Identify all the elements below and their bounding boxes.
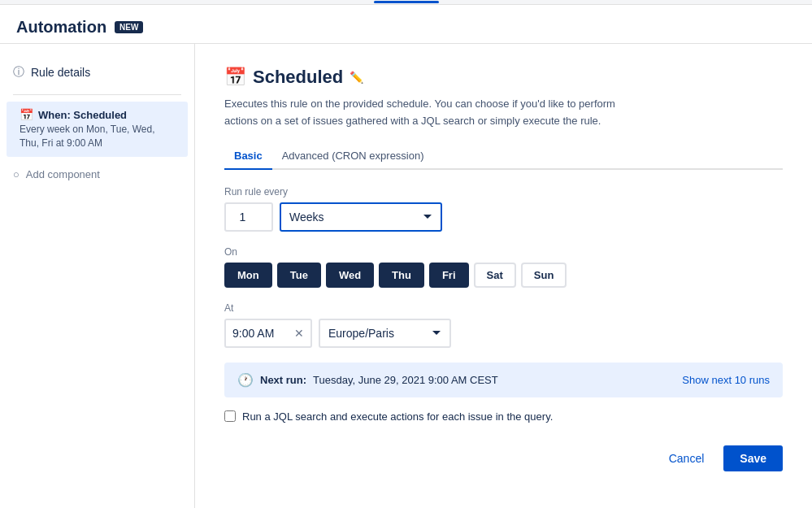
time-input[interactable] xyxy=(232,327,289,340)
sidebar-add-component[interactable]: ○ Add component xyxy=(0,160,194,189)
sidebar: ⓘ Rule details 📅 When: Scheduled Every w… xyxy=(0,44,195,508)
on-label: On xyxy=(224,246,783,258)
info-icon: ⓘ xyxy=(13,65,24,80)
day-btn-tue[interactable]: Tue xyxy=(277,263,321,288)
content-title: Scheduled xyxy=(253,67,343,88)
content-description: Executes this rule on the provided sched… xyxy=(224,96,631,130)
sidebar-when-label: When: Scheduled xyxy=(38,109,127,121)
app-title: Automation xyxy=(16,18,106,37)
add-component-label: Add component xyxy=(26,168,100,180)
action-row: Cancel Save xyxy=(224,439,783,471)
calendar-icon-header: 📅 xyxy=(224,67,246,88)
next-run-label: Next run: xyxy=(260,374,306,386)
cancel-button[interactable]: Cancel xyxy=(656,445,718,471)
run-rule-row: Weeks Minutes Hours Days Months xyxy=(224,202,783,232)
next-run-left: 🕐 Next run: Tuesday, June 29, 2021 9:00 … xyxy=(237,372,498,388)
on-days-section: On Mon Tue Wed Thu Fri Sat Sun xyxy=(224,246,783,288)
next-run-value: Tuesday, June 29, 2021 9:00 AM CEST xyxy=(313,374,498,386)
sidebar-when-header: 📅 When: Scheduled xyxy=(20,108,175,121)
day-btn-fri[interactable]: Fri xyxy=(429,263,469,288)
app-header: Automation NEW xyxy=(0,5,812,44)
sidebar-divider xyxy=(13,94,181,95)
timezone-select[interactable]: Europe/Paris UTC America/New_York Asia/T… xyxy=(319,319,451,348)
day-btn-sun[interactable]: Sun xyxy=(521,263,567,288)
add-circle-icon: ○ xyxy=(13,168,20,180)
run-rule-label: Run rule every xyxy=(224,186,783,198)
at-time-section: At ✕ Europe/Paris UTC America/New_York A… xyxy=(224,302,783,348)
new-badge: NEW xyxy=(115,21,143,33)
sidebar-when-block[interactable]: 📅 When: Scheduled Every week on Mon, Tue… xyxy=(7,102,188,157)
show-next-runs-link[interactable]: Show next 10 runs xyxy=(682,374,770,386)
clock-icon: 🕐 xyxy=(237,372,254,388)
save-button[interactable]: Save xyxy=(723,445,783,471)
edit-icon[interactable]: ✏️ xyxy=(350,71,363,84)
content-header: 📅 Scheduled ✏️ xyxy=(224,67,783,88)
day-buttons-group: Mon Tue Wed Thu Fri Sat Sun xyxy=(224,263,783,288)
time-row: ✕ Europe/Paris UTC America/New_York Asia… xyxy=(224,319,783,348)
tab-basic[interactable]: Basic xyxy=(224,143,272,170)
next-run-box: 🕐 Next run: Tuesday, June 29, 2021 9:00 … xyxy=(224,363,783,397)
sidebar-item-rule-details[interactable]: ⓘ Rule details xyxy=(0,57,194,88)
clear-time-icon[interactable]: ✕ xyxy=(294,327,304,340)
main-content: 📅 Scheduled ✏️ Executes this rule on the… xyxy=(195,44,812,508)
run-rule-number-input[interactable] xyxy=(224,202,273,232)
day-btn-wed[interactable]: Wed xyxy=(326,263,374,288)
at-label: At xyxy=(224,302,783,314)
sidebar-when-desc: Every week on Mon, Tue, Wed, Thu, Fri at… xyxy=(20,123,175,150)
day-btn-thu[interactable]: Thu xyxy=(379,263,424,288)
tab-bar: Basic Advanced (CRON expression) xyxy=(224,143,783,170)
rule-details-label: Rule details xyxy=(31,66,90,79)
run-rule-section: Run rule every Weeks Minutes Hours Days … xyxy=(224,186,783,232)
tab-advanced[interactable]: Advanced (CRON expression) xyxy=(272,143,434,170)
day-btn-mon[interactable]: Mon xyxy=(224,263,272,288)
calendar-icon-small: 📅 xyxy=(20,108,33,121)
jql-row: Run a JQL search and execute actions for… xyxy=(224,410,783,423)
jql-label: Run a JQL search and execute actions for… xyxy=(242,410,553,423)
time-input-wrap: ✕ xyxy=(224,319,312,348)
jql-checkbox[interactable] xyxy=(224,410,236,422)
run-rule-unit-select[interactable]: Weeks Minutes Hours Days Months xyxy=(280,202,442,232)
day-btn-sat[interactable]: Sat xyxy=(474,263,516,288)
